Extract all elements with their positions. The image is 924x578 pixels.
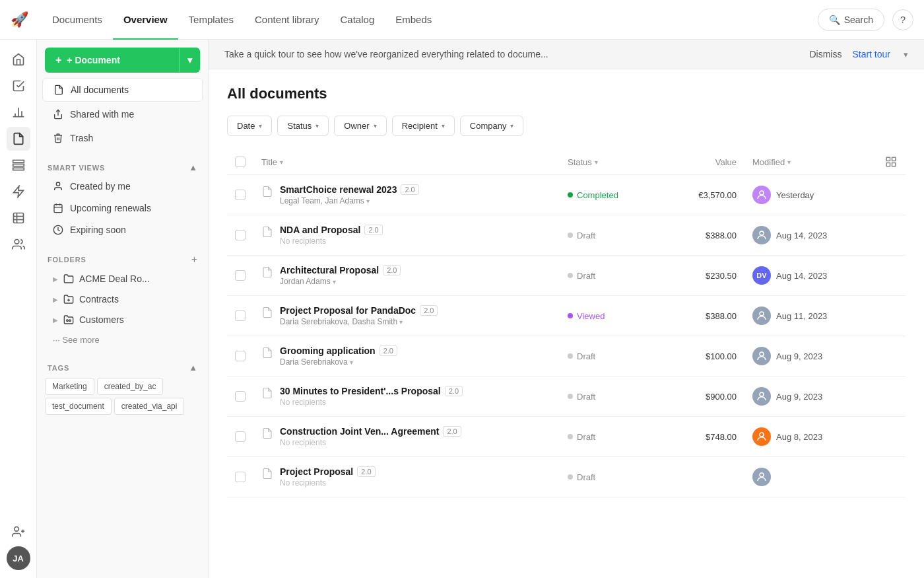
avatar <box>752 347 771 365</box>
folders-header: FOLDERS + <box>37 248 208 268</box>
filter-recipient[interactable]: Recipient ▾ <box>392 116 455 136</box>
folder-expand-icon: ▶ <box>53 275 58 283</box>
filter-owner[interactable]: Owner ▾ <box>334 116 386 136</box>
svg-point-35 <box>760 392 764 396</box>
icon-bar: JA <box>0 40 37 578</box>
doc-recipients[interactable]: No recipients <box>280 236 383 246</box>
see-more-button[interactable]: ··· See more <box>42 330 203 349</box>
share-icon <box>53 109 63 120</box>
status-badge: Viewed <box>568 311 657 321</box>
row-checkbox[interactable] <box>235 351 246 361</box>
row-checkbox[interactable] <box>235 431 246 442</box>
columns-settings-icon[interactable] <box>884 156 898 168</box>
table-row[interactable]: Architectural Proposal 2.0 Jordan Adams … <box>227 256 906 296</box>
sidebar-item-shared-with-me[interactable]: Shared with me <box>42 103 203 126</box>
icon-bar-item-automation[interactable] <box>7 180 30 203</box>
dismiss-button[interactable]: Dismiss <box>809 49 842 59</box>
search-button[interactable]: 🔍 Search <box>818 9 884 31</box>
row-checkbox[interactable] <box>235 391 246 402</box>
tag-test-document[interactable]: test_document <box>45 398 112 415</box>
tab-content-library[interactable]: Content library <box>244 1 330 40</box>
tag-created-by-ac[interactable]: created_by_ac <box>97 378 164 395</box>
icon-bar-item-documents[interactable] <box>7 127 30 151</box>
doc-type-icon <box>261 427 273 441</box>
logo[interactable]: 🚀 <box>11 11 28 28</box>
doc-recipients[interactable]: No recipients <box>280 398 463 407</box>
title-column-header[interactable]: Title <box>261 157 277 167</box>
table-row[interactable]: SmartChoice renewal 2023 2.0 Legal Team,… <box>227 175 906 215</box>
row-checkbox[interactable] <box>235 190 246 200</box>
chevron-down-icon: ▾ <box>315 122 319 129</box>
table-row[interactable]: Project Proposal 2.0 No recipients Draft <box>227 457 906 497</box>
tab-templates[interactable]: Templates <box>178 1 244 40</box>
table-row[interactable]: Construction Joint Ven... Agreement 2.0 … <box>227 417 906 457</box>
smart-view-created-by-me[interactable]: Created by me <box>42 176 203 197</box>
folder-item-contracts[interactable]: ▶ Contracts <box>42 289 203 309</box>
svg-marker-7 <box>13 186 23 198</box>
row-checkbox[interactable] <box>235 310 246 321</box>
home-icon <box>12 53 25 66</box>
smart-view-upcoming-renewals[interactable]: Upcoming renewals <box>42 198 203 219</box>
help-button[interactable]: ? <box>892 9 913 30</box>
doc-recipients[interactable]: No recipients <box>280 438 461 447</box>
row-checkbox[interactable] <box>235 230 246 240</box>
icon-bar-item-templates[interactable] <box>7 153 30 177</box>
doc-version-badge: 2.0 <box>383 265 401 275</box>
table-row[interactable]: Grooming application 2.0 Daria Serebriak… <box>227 336 906 377</box>
tab-documents[interactable]: Documents <box>42 1 113 40</box>
tour-expand-icon[interactable]: ▾ <box>904 50 908 59</box>
icon-bar-item-add-user[interactable] <box>7 520 30 544</box>
doc-type-icon <box>261 266 273 280</box>
icon-bar-item-home[interactable] <box>7 48 30 71</box>
tag-marketing[interactable]: Marketing <box>45 378 94 395</box>
doc-version-badge: 2.0 <box>443 426 461 437</box>
icon-bar-item-user[interactable]: JA <box>7 546 30 570</box>
doc-recipients[interactable]: Daria Serebriakova, Dasha Smith ▾ <box>280 317 438 326</box>
svg-rect-6 <box>13 168 24 170</box>
doc-name: Project Proposal 2.0 <box>280 466 376 477</box>
tags-title: TAGS <box>48 364 69 372</box>
sidebar-nav: All documents Shared with me Trash <box>37 78 208 149</box>
tab-overview[interactable]: Overview <box>113 1 178 40</box>
icon-bar-item-analytics[interactable] <box>7 100 30 124</box>
doc-recipients[interactable]: Legal Team, Jan Adams ▾ <box>280 196 419 205</box>
table-row[interactable]: 30 Minutes to President'...s Proposal 2.… <box>227 377 906 417</box>
doc-value: $900.00 <box>706 392 737 402</box>
modified-column-header[interactable]: Modified <box>752 157 785 167</box>
stack-icon <box>12 159 25 172</box>
icon-bar-item-catalog[interactable] <box>7 206 30 230</box>
add-folder-icon[interactable]: + <box>191 254 197 266</box>
doc-recipients[interactable]: No recipients <box>280 478 376 488</box>
status-sort-icon: ▾ <box>595 159 598 166</box>
select-all-checkbox[interactable] <box>235 157 246 167</box>
tag-created-via-api[interactable]: created_via_api <box>114 398 185 415</box>
table-row[interactable]: NDA and Proposal 2.0 No recipients Draft… <box>227 215 906 256</box>
tags-toggle-icon[interactable]: ▲ <box>189 363 197 373</box>
filter-date[interactable]: Date ▾ <box>227 116 272 136</box>
filter-status[interactable]: Status ▾ <box>277 116 329 136</box>
trash-icon <box>53 133 63 143</box>
sidebar-item-trash[interactable]: Trash <box>42 127 203 149</box>
status-column-header[interactable]: Status <box>568 157 592 167</box>
new-document-button[interactable]: + + Document ▾ <box>45 48 200 73</box>
table-row[interactable]: Project Proposal for PandaDoc 2.0 Daria … <box>227 296 906 336</box>
smart-view-expiring-soon[interactable]: Expiring soon <box>42 219 203 240</box>
icon-bar-item-tasks[interactable] <box>7 74 30 98</box>
icon-bar-item-contacts[interactable] <box>7 233 30 256</box>
check-icon <box>12 79 25 92</box>
sidebar-item-all-documents[interactable]: All documents <box>42 78 203 102</box>
folder-item-customers[interactable]: ▶ Customers <box>42 310 203 330</box>
start-tour-button[interactable]: Start tour <box>852 49 890 59</box>
smart-views-toggle-icon[interactable]: ▲ <box>189 163 197 172</box>
tab-embeds[interactable]: Embeds <box>385 1 442 40</box>
folder-item-acme[interactable]: ▶ ACME Deal Ro... <box>42 269 203 289</box>
filter-company[interactable]: Company ▾ <box>460 116 524 136</box>
doc-recipients[interactable]: Jordan Adams ▾ <box>280 277 401 286</box>
new-document-dropdown-icon[interactable]: ▾ <box>179 48 200 72</box>
doc-name: Architectural Proposal 2.0 <box>280 265 401 275</box>
row-checkbox[interactable] <box>235 472 246 482</box>
doc-recipients[interactable]: Daria Serebriakova ▾ <box>280 357 397 367</box>
svg-point-33 <box>760 312 764 316</box>
row-checkbox[interactable] <box>235 270 246 281</box>
tab-catalog[interactable]: Catalog <box>330 1 385 40</box>
